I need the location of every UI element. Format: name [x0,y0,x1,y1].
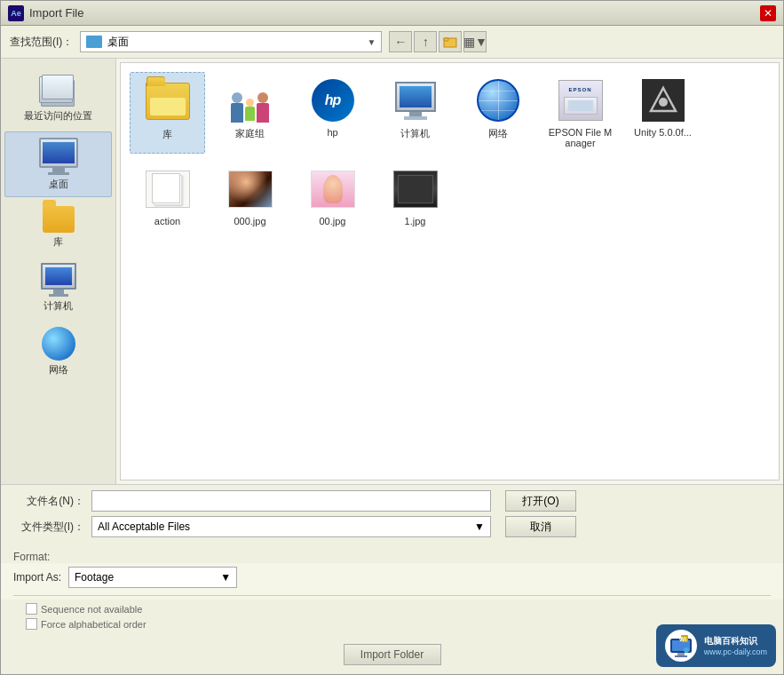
filename-input[interactable] [91,490,491,512]
network-file-icon [475,77,521,123]
alphabetical-checkbox[interactable] [26,618,37,630]
dialog-title: Import File [29,6,83,20]
file-browser: 库 [120,62,780,480]
00jpg-file-icon [310,166,356,212]
sequence-checkbox-item[interactable]: Sequence not available [26,603,142,615]
sidebar: 最近访问的位置 桌面 库 [1,59,116,484]
import-as-label: Import As: [13,571,61,584]
file-item-network[interactable]: 网络 [460,72,535,154]
library-file-icon [145,78,191,124]
location-dropdown-arrow: ▼ [367,37,376,47]
sidebar-item-library-label: 库 [53,235,63,249]
file-label-family: 家庭组 [235,127,265,140]
file-label-000jpg: 000.jpg [234,216,265,226]
watermark-logo: Wi [665,630,697,662]
sidebar-item-recent[interactable]: 最近访问的位置 [4,66,112,128]
svg-rect-7 [675,655,687,657]
action-file-icon [145,166,191,212]
alphabetical-label: Force alphabetical order [41,619,147,630]
file-label-network: 网络 [488,127,508,140]
file-item-1jpg[interactable]: 1.jpg [377,161,453,232]
file-label-action: action [154,216,180,226]
family-file-icon [227,77,273,123]
file-item-unity[interactable]: Unity 5.0.0f... [625,72,701,154]
sidebar-item-network-label: 网络 [49,363,68,377]
sequence-checkbox-row: Sequence not available [13,601,771,616]
import-as-section: Import As: Footage ▼ [1,563,783,592]
file-label-unity: Unity 5.0.0f... [634,127,692,138]
open-button[interactable]: 打开(O) [505,490,576,512]
svg-rect-1 [444,38,448,41]
file-item-epson[interactable]: EPSON EPSON File Manager [542,72,618,154]
watermark: Wi 电脑百科知识 www.pc-daily.com [656,624,776,667]
file-label-library: 库 [162,128,172,141]
sidebar-item-desktop[interactable]: 桌面 [4,131,112,197]
title-bar: Ae Import File ✕ [1,1,783,26]
computer-icon [41,263,76,297]
1jpg-file-icon [392,166,439,212]
file-label-epson: EPSON File Manager [546,127,614,148]
divider [13,595,771,596]
format-section: Format: [1,547,783,563]
computer-file-icon [392,77,439,123]
alphabetical-checkbox-item[interactable]: Force alphabetical order [26,618,147,630]
import-folder-button[interactable]: Import Folder [344,644,441,665]
sidebar-item-library[interactable]: 库 [4,201,112,254]
file-label-computer: 计算机 [400,127,430,140]
sidebar-item-recent-label: 最近访问的位置 [24,109,92,123]
svg-rect-6 [677,653,685,655]
svg-point-8 [684,647,689,653]
nav-new-folder-button[interactable] [439,31,462,52]
svg-text:Wi: Wi [678,636,686,642]
file-label-hp: hp [327,127,337,138]
filename-row: 文件名(N)： 打开(O) [13,490,771,512]
sidebar-item-network[interactable]: 网络 [4,322,112,382]
file-item-computer[interactable]: 计算机 [377,72,453,154]
network-icon [42,327,75,361]
recent-icon [39,71,78,107]
import-as-arrow: ▼ [220,571,231,584]
epson-file-icon: EPSON [558,77,604,123]
watermark-text: 电脑百科知识 www.pc-daily.com [704,635,767,656]
import-as-select[interactable]: Footage ▼ [68,567,237,588]
current-folder: 桌面 [107,35,361,50]
library-icon [43,206,75,233]
svg-point-3 [659,98,668,107]
cancel-button[interactable]: 取消 [505,516,576,537]
action-buttons: 打开(O) [505,490,576,512]
file-item-hp[interactable]: hp hp [295,72,370,154]
file-label-1jpg: 1.jpg [405,216,426,226]
nav-view-button[interactable]: ▦▼ [463,31,487,52]
unity-file-icon [640,77,686,123]
desktop-icon [39,138,78,175]
file-label-00jpg: 00.jpg [320,216,346,226]
filetype-dropdown-arrow: ▼ [474,520,485,533]
nav-up-button[interactable]: ↑ [414,31,437,52]
filetype-value: All Acceptable Files [98,520,190,533]
location-dropdown[interactable]: 桌面 ▼ [80,31,382,52]
content-area: 最近访问的位置 桌面 库 [1,59,783,484]
hp-file-icon: hp [310,77,356,123]
file-item-00jpg[interactable]: 00.jpg [295,161,370,232]
filetype-select[interactable]: All Acceptable Files ▼ [91,516,491,537]
file-item-000jpg[interactable]: 000.jpg [212,161,288,232]
close-button[interactable]: ✕ [760,5,776,21]
file-inputs-section: 文件名(N)： 打开(O) 文件类型(I)： All Acceptable Fi… [1,484,783,547]
filetype-row: 文件类型(I)： All Acceptable Files ▼ 取消 [13,516,771,537]
sidebar-item-computer[interactable]: 计算机 [4,258,112,318]
file-item-action[interactable]: action [130,161,205,232]
nav-back-button[interactable]: ← [389,31,412,52]
toolbar: 查找范围(I)： 桌面 ▼ ← ↑ ▦▼ [1,26,783,59]
sidebar-item-computer-label: 计算机 [44,299,73,313]
file-item-library[interactable]: 库 [130,72,205,154]
filename-label: 文件名(N)： [13,494,84,509]
nav-buttons: ← ↑ ▦▼ [389,31,487,52]
ae-app-icon: Ae [8,5,24,21]
000jpg-file-icon [227,166,273,212]
location-label: 查找范围(I)： [10,35,73,50]
sequence-label: Sequence not available [41,604,142,615]
filetype-label: 文件类型(I)： [13,520,84,535]
sidebar-item-desktop-label: 桌面 [49,178,68,191]
sequence-checkbox[interactable] [26,603,37,615]
file-item-family[interactable]: 家庭组 [212,72,288,154]
